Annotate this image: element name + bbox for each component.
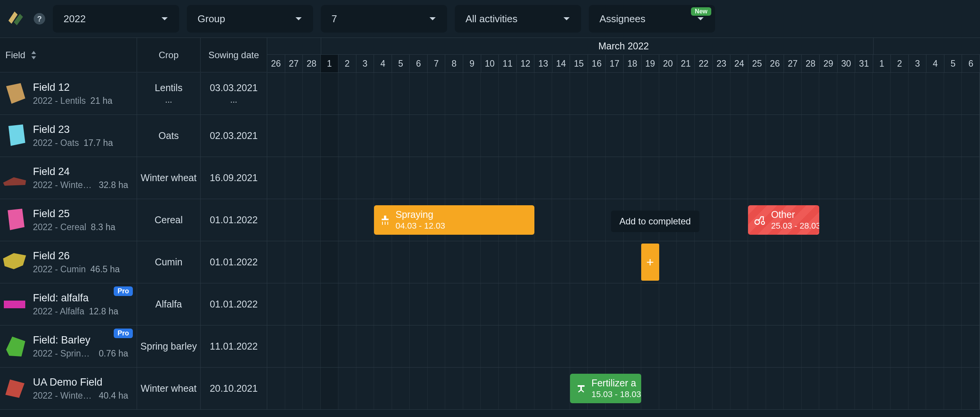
field-cell[interactable]: Field 23 2022 - Oats 17.7 ha (0, 115, 137, 157)
day-cell[interactable]: 20 (659, 55, 677, 72)
tooltip-add-completed: Add to completed (611, 211, 699, 232)
day-cell[interactable]: 17 (606, 55, 624, 72)
day-cell[interactable]: 3 (356, 55, 374, 72)
chevron-down-icon (563, 16, 570, 21)
field-crop-line: 2022 - Spring… (33, 348, 94, 359)
day-cell[interactable]: 5 (392, 55, 410, 72)
schedule-grid: Field Crop Sowing date March 2022 262728… (0, 38, 980, 410)
day-cell[interactable]: 4 (374, 55, 392, 72)
field-cell[interactable]: Field 26 2022 - Cumin 46.5 ha (0, 241, 137, 283)
add-activity-button[interactable]: + (641, 244, 659, 281)
day-cell[interactable]: 28 (802, 55, 820, 72)
grid-body: Field 12 2022 - Lentils 21 ha Lentils...… (0, 73, 980, 410)
day-cell[interactable]: 18 (624, 55, 642, 72)
day-cell[interactable]: 12 (517, 55, 535, 72)
day-cell[interactable]: 2 (338, 55, 356, 72)
field-cell[interactable]: Field 24 2022 - Winter… 32.8 ha (0, 157, 137, 199)
day-cell[interactable]: 9 (463, 55, 481, 72)
field-cell[interactable]: Field 25 2022 - Cereal 8.3 ha (0, 199, 137, 241)
plus-icon: + (641, 244, 659, 281)
day-cell[interactable]: 29 (820, 55, 838, 72)
activity-title: Fertilizer a (591, 378, 641, 389)
day-cell[interactable]: 26 (267, 55, 285, 72)
field-area: 8.3 ha (91, 222, 115, 232)
timeline-row[interactable]: Spraying 04.03 - 12.03 Other 25.03 - 28.… (267, 199, 980, 241)
day-cell[interactable]: 28 (303, 55, 321, 72)
day-cell[interactable]: 31 (855, 55, 873, 72)
day-cell[interactable]: 13 (534, 55, 552, 72)
field-cell[interactable]: Field 12 2022 - Lentils 21 ha (0, 73, 137, 115)
activity-bar-fertilizer[interactable]: Fertilizer a 15.03 - 18.03 (570, 374, 641, 403)
activities-select[interactable]: All activities (455, 5, 581, 33)
sort-icon[interactable] (30, 50, 38, 60)
day-cell[interactable]: 23 (713, 55, 731, 72)
timeline-row[interactable] (267, 115, 980, 157)
day-cell[interactable]: 19 (642, 55, 660, 72)
group-select[interactable]: Group (187, 5, 313, 33)
field-shape-icon (2, 166, 27, 190)
sowing-date-cell: 01.01.2022 (201, 199, 267, 241)
year-select[interactable]: 2022 (53, 5, 179, 33)
field-cell[interactable]: UA Demo Field 2022 - Winter… 40.4 ha (0, 368, 137, 410)
activity-bar-spraying[interactable]: Spraying 04.03 - 12.03 (374, 205, 534, 235)
day-cell[interactable]: 8 (445, 55, 463, 72)
day-cell[interactable]: 10 (481, 55, 499, 72)
activity-bar-other[interactable]: Other 25.03 - 28.03 (748, 205, 819, 235)
field-name: Field 25 (33, 208, 115, 220)
field-shape-icon (2, 208, 27, 232)
day-cell[interactable]: 27 (285, 55, 303, 72)
day-cell[interactable]: 16 (588, 55, 606, 72)
day-cell[interactable]: 6 (410, 55, 428, 72)
day-cell[interactable]: 30 (838, 55, 856, 72)
field-name: UA Demo Field (33, 376, 128, 388)
day-cell[interactable]: 5 (944, 55, 962, 72)
column-header-sowing-date[interactable]: Sowing date (201, 38, 267, 72)
day-cell[interactable]: 1 (873, 55, 891, 72)
day-cell[interactable]: 25 (748, 55, 766, 72)
field-crop-line: 2022 - Cumin (33, 264, 86, 275)
field-shape-icon (2, 292, 27, 317)
day-cell[interactable]: 4 (926, 55, 944, 72)
assignees-select[interactable]: Assignees New (589, 5, 715, 33)
day-cell[interactable]: 6 (962, 55, 980, 72)
chevron-down-icon (295, 16, 302, 21)
day-cell[interactable]: 22 (695, 55, 713, 72)
day-cell[interactable]: 27 (784, 55, 802, 72)
day-cell[interactable]: 2 (891, 55, 909, 72)
count-select[interactable]: 7 (321, 5, 447, 33)
svg-point-7 (755, 220, 760, 224)
day-cell[interactable]: 14 (552, 55, 570, 72)
day-cell[interactable]: 1 (321, 55, 339, 72)
crop-cell: Spring barley (137, 325, 201, 368)
assignees-select-value: Assignees (599, 13, 645, 25)
day-cell[interactable]: 21 (677, 55, 695, 72)
day-cell[interactable]: 15 (570, 55, 588, 72)
day-cell[interactable]: 7 (428, 55, 446, 72)
day-cell[interactable]: 3 (909, 55, 927, 72)
field-name: Field 24 (33, 166, 128, 178)
day-cell[interactable]: 11 (499, 55, 517, 72)
timeline-row[interactable]: Fertilizer a 15.03 - 18.03 (267, 368, 980, 410)
field-cell[interactable]: Field: Barley 2022 - Spring… 0.76 ha Pro (0, 325, 137, 368)
timeline-row[interactable] (267, 283, 980, 325)
new-badge: New (691, 7, 711, 16)
crop-header-label: Crop (158, 50, 178, 61)
timeline-row[interactable]: + (267, 241, 980, 283)
day-cell[interactable]: 24 (730, 55, 748, 72)
timeline-row[interactable] (267, 73, 980, 115)
field-cell[interactable]: Field: alfalfa 2022 - Alfalfa 12.8 ha Pr… (0, 283, 137, 325)
help-button[interactable]: ? (34, 13, 45, 25)
column-header-field[interactable]: Field (0, 38, 137, 72)
sowing-header-label: Sowing date (208, 50, 259, 61)
day-cell[interactable]: 26 (766, 55, 784, 72)
sowing-date-cell: 20.10.2021 (201, 368, 267, 410)
chevron-down-icon (429, 16, 436, 21)
column-header-crop[interactable]: Crop (137, 38, 201, 72)
sowing-date-cell: 03.03.2021... (201, 73, 267, 115)
sowing-date-cell: 02.03.2021 (201, 115, 267, 157)
crop-cell: Winter wheat (137, 368, 201, 410)
field-crop-line: 2022 - Cereal (33, 222, 86, 232)
app-logo[interactable] (5, 8, 26, 29)
timeline-row[interactable] (267, 325, 980, 368)
timeline-row[interactable] (267, 157, 980, 199)
